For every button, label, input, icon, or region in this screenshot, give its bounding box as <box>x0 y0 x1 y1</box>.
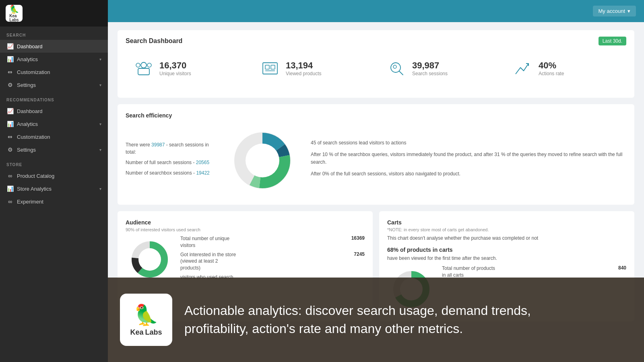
audience-body: Total number of unique visitors 16369 Go… <box>126 235 365 284</box>
analytics-icon: 📊 <box>6 56 14 62</box>
carts-sub: This chart doesn't analyse whether the p… <box>387 235 626 241</box>
chevron-down-icon: ▾ <box>99 57 101 62</box>
sidebar-item-customization[interactable]: ⇔ Customization <box>0 66 108 78</box>
audience-label-2: Got interested in the store (viewed at l… <box>180 251 237 272</box>
analytics-label: Analytics <box>17 56 96 62</box>
sidebar-item-rec-customization[interactable]: ⇔ Customization <box>0 130 108 143</box>
sidebar-item-rec-analytics[interactable]: 📊 Analytics ▾ <box>0 117 108 130</box>
my-account-label: My account <box>599 8 625 14</box>
sidebar-item-dashboard[interactable]: 📈 Dashboard <box>0 40 108 53</box>
audience-title: Audience <box>126 219 365 226</box>
efficiency-body: There were 39987 - search sessions in to… <box>126 124 626 197</box>
search-sessions-icon <box>386 58 407 78</box>
unique-visitors-icon <box>134 58 154 78</box>
audience-label-1: Total number of unique visitors <box>180 235 237 249</box>
stat-label-visitors: Unique visitors <box>159 71 191 76</box>
sidebar-logo: 🦜 KeaLabs <box>0 0 108 27</box>
rec-settings-label: Settings <box>17 147 96 153</box>
experiment-icon: ∞ <box>6 198 14 205</box>
audience-donut-chart <box>126 235 174 284</box>
audience-row-2: Got interested in the store (viewed at l… <box>180 251 365 272</box>
rec-customization-icon: ⇔ <box>6 134 14 140</box>
stat-label-sessions: Search sessions <box>412 71 448 76</box>
chevron-down-icon-2: ▾ <box>99 83 101 87</box>
stat-info-visitors: 16,370 Unique visitors <box>159 60 191 76</box>
search-efficiency-section: Search efficiency There were 39987 - sea… <box>118 104 634 205</box>
svg-rect-0 <box>138 68 149 75</box>
search-section-label: SEARCH <box>0 27 108 40</box>
svg-point-10 <box>393 65 396 68</box>
banner-text: Actionable analytics: discover search us… <box>184 302 531 338</box>
stat-value-actions: 40% <box>539 60 564 71</box>
chevron-down-icon-3: ▾ <box>99 122 101 126</box>
sidebar-item-settings[interactable]: ⚙ Settings ▾ <box>0 78 108 91</box>
chevron-down-icon-topbar: ▾ <box>627 8 630 14</box>
svg-point-3 <box>147 63 151 67</box>
svg-point-16 <box>246 144 279 177</box>
stat-value-visitors: 16,370 <box>159 60 191 71</box>
audience-stat-label: 90% of interested visitors used search <box>126 227 365 232</box>
customization-icon: ⇔ <box>6 69 14 75</box>
svg-rect-5 <box>265 65 269 69</box>
efficiency-title: Search efficiency <box>126 112 626 119</box>
efficiency-stat-2: Number of full search sessions - 20565 <box>126 159 214 166</box>
rec-settings-icon: ⚙ <box>6 146 14 153</box>
parrot-icon: 🦜 <box>9 5 19 14</box>
efficiency-right-panel: 45 of search sessions lead visitors to a… <box>311 139 626 182</box>
rec-analytics-icon: 📊 <box>6 121 14 127</box>
banner-logo: 🦜 Kea Labs <box>120 294 172 346</box>
sidebar-item-experiment[interactable]: ∞ Experiment <box>0 195 108 208</box>
carts-label-1: Total number of products in all carts <box>442 265 498 279</box>
stat-card-search-sessions: 39,987 Search sessions <box>378 52 500 85</box>
banner-kea-text: Kea <box>130 328 143 337</box>
date-badge: Last 30d. <box>599 37 626 45</box>
stat-value-sessions: 39,987 <box>412 60 448 71</box>
rec-trending-icon: 📈 <box>6 108 14 114</box>
stat-card-unique-visitors: 16,370 Unique visitors <box>126 52 247 85</box>
rec-customization-label: Customization <box>17 134 101 140</box>
efficiency-right-3: After 0% of the full search sessions, vi… <box>311 170 626 178</box>
rec-analytics-label: Analytics <box>17 121 96 127</box>
store-section-label: STORE <box>0 156 108 169</box>
svg-line-9 <box>399 71 403 75</box>
product-catalog-label: Product Catalog <box>17 173 101 179</box>
main-content: My account ▾ Search Dashboard Last 30d. <box>108 0 644 362</box>
store-analytics-label: Store Analytics <box>17 186 96 192</box>
stats-row: 16,370 Unique visitors 13,1 <box>126 52 626 85</box>
carts-value-1: 840 <box>618 265 626 279</box>
chevron-down-icon-5: ▾ <box>99 187 101 191</box>
stat-label-products: Viewed products <box>286 71 322 76</box>
audience-stats-panel: Total number of unique visitors 16369 Go… <box>180 235 365 283</box>
efficiency-stat-3: Number of searchbox sessions - 19422 <box>126 169 214 177</box>
carts-title: Carts <box>387 219 626 226</box>
stat-info-actions: 40% Actions rate <box>539 60 564 76</box>
carts-row-1: Total number of products in all carts 84… <box>442 265 626 279</box>
stat-value-products: 13,194 <box>286 60 322 71</box>
my-account-button[interactable]: My account ▾ <box>593 6 636 16</box>
sidebar-item-rec-settings[interactable]: ⚙ Settings ▾ <box>0 143 108 156</box>
sidebar-item-rec-dashboard[interactable]: 📈 Dashboard <box>0 105 108 117</box>
efficiency-right-2: After 10 % of the searchbox queries, vis… <box>311 151 626 166</box>
trending-icon: 📈 <box>6 43 14 49</box>
dashboard-card: Search Dashboard Last 30d. 16 <box>118 30 634 98</box>
efficiency-right-1: 45 of search sessions lead visitors to a… <box>311 139 626 147</box>
store-analytics-icon: 📊 <box>6 185 14 192</box>
audience-value-1: 16369 <box>351 235 365 249</box>
banner-logo-text: Kea Labs <box>130 328 162 337</box>
stat-label-actions: Actions rate <box>539 71 564 76</box>
sidebar-item-analytics[interactable]: 📊 Analytics ▾ <box>0 53 108 66</box>
banner-labs-text: Labs <box>145 328 162 337</box>
dashboard-label: Dashboard <box>17 43 101 49</box>
svg-point-1 <box>141 62 147 68</box>
chevron-down-icon-4: ▾ <box>99 148 101 152</box>
sidebar-item-product-catalog[interactable]: ∞ Product Catalog <box>0 169 108 182</box>
svg-point-20 <box>138 248 161 271</box>
audience-row-1: Total number of unique visitors 16369 <box>180 235 365 249</box>
efficiency-stat-1: There were 39987 - search sessions in to… <box>126 141 214 156</box>
settings-icon: ⚙ <box>6 82 14 88</box>
viewed-products-icon <box>260 58 280 78</box>
rec-dashboard-label: Dashboard <box>17 108 101 114</box>
audience-value-2: 7245 <box>354 251 365 272</box>
sidebar-item-store-analytics[interactable]: 📊 Store Analytics ▾ <box>0 182 108 195</box>
page-title: Search Dashboard <box>126 37 182 45</box>
